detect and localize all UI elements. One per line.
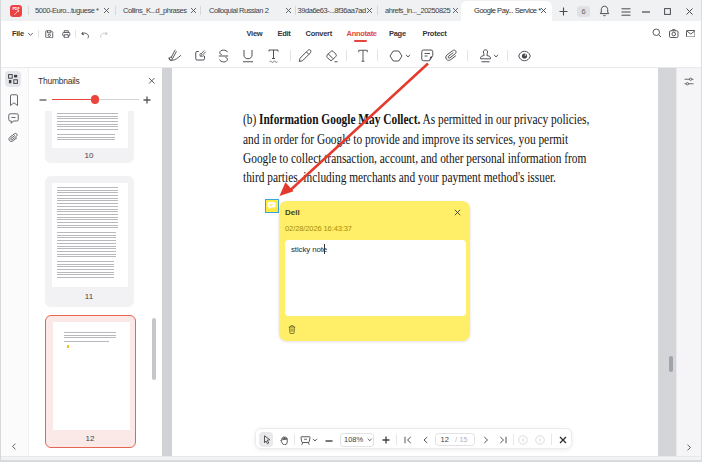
svg-text:PDF: PDF: [12, 7, 20, 11]
